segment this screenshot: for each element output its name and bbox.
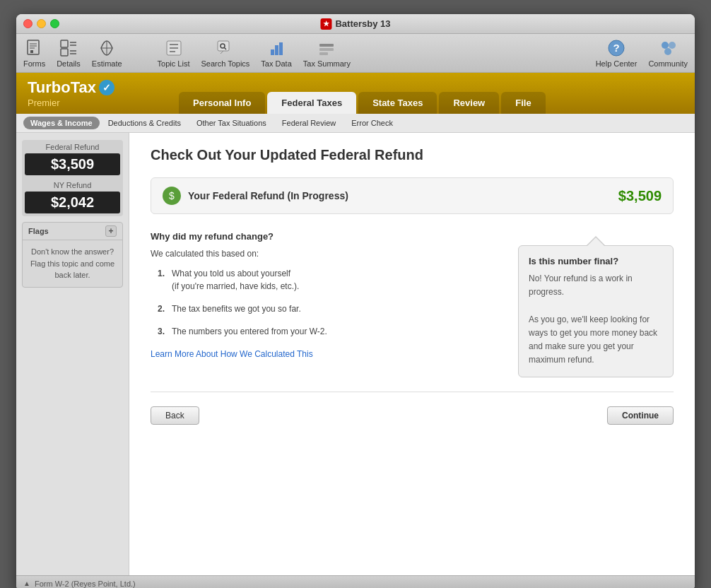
tab-personal-info[interactable]: Personal Info (179, 92, 265, 114)
topic-list-label: Topic List (158, 59, 190, 68)
body-right: Is this number final? No! Your refund is… (518, 231, 674, 377)
callout-box: Is this number final? No! Your refund is… (518, 245, 674, 377)
sidebar: Federal Refund $3,509 NY Refund $2,042 F… (16, 133, 129, 575)
list-item-3: The numbers you entered from your W-2. (158, 325, 504, 338)
tab-state-taxes[interactable]: State Taxes (358, 92, 437, 114)
app-icon: ★ (320, 18, 331, 30)
svg-point-31 (664, 48, 671, 55)
list-item-2: The tax benefits we got you so far. (158, 302, 504, 315)
turbotax-logo: TurboTax ✓ (28, 78, 160, 97)
svg-rect-5 (61, 40, 68, 47)
dollar-icon: $ (163, 187, 181, 205)
callout-title: Is this number final? (529, 256, 663, 266)
titlebar: ★ Battersby 13 (16, 14, 695, 34)
main-content: Check Out Your Updated Federal Refund $ … (129, 133, 695, 575)
subnav-error-check[interactable]: Error Check (344, 117, 400, 129)
community-icon (658, 38, 678, 58)
list-item-3-primary: The numbers you entered from your W-2. (172, 327, 327, 336)
tt-product-name: Premier (28, 98, 160, 108)
callout-arrow-inner (587, 237, 605, 247)
subnav-wages-income[interactable]: Wages & Income (23, 117, 100, 129)
forms-label: Forms (23, 59, 45, 68)
toolbar-left-group: Forms Details (23, 38, 122, 68)
estimate-icon (97, 38, 117, 58)
svg-rect-21 (271, 49, 274, 55)
svg-rect-17 (218, 41, 229, 51)
svg-text:?: ? (613, 42, 619, 54)
content-divider (151, 392, 674, 392)
svg-rect-25 (319, 48, 334, 51)
search-topics-icon (216, 38, 235, 58)
maximize-button[interactable] (50, 19, 59, 28)
tax-summary-icon (317, 38, 336, 58)
svg-point-29 (662, 42, 669, 49)
details-label: Details (57, 59, 81, 68)
callout-paragraph1: No! Your refund is a work in progress. A… (529, 272, 663, 367)
topic-list-icon (164, 38, 184, 58)
learn-more-link[interactable]: Learn More About How We Calculated This (151, 349, 313, 359)
svg-rect-23 (279, 42, 283, 55)
tt-checkmark-icon: ✓ (99, 80, 114, 95)
statusbar-text: Form W-2 (Reyes Point, Ltd.) (35, 580, 136, 588)
svg-line-20 (221, 51, 223, 54)
search-topics-label: Search Topics (201, 59, 249, 68)
toolbar-right-group: ? Help Center Community (596, 38, 688, 68)
back-button[interactable]: Back (151, 406, 199, 425)
toolbar-details[interactable]: Details (57, 38, 81, 68)
toolbar-estimate[interactable]: Estimate (92, 38, 122, 68)
tab-federal-taxes[interactable]: Federal Taxes (267, 92, 356, 114)
intro-text: We calculated this based on: (151, 249, 504, 259)
content-area: Federal Refund $3,509 NY Refund $2,042 F… (16, 133, 695, 575)
federal-refund-box: Federal Refund $3,509 NY Refund $2,042 (22, 140, 123, 216)
main-window: ★ Battersby 13 Forms (16, 14, 695, 588)
federal-refund-amount: $3,509 (25, 153, 120, 175)
toolbar-mid-group: Topic List Search Topics (158, 38, 351, 68)
body-left: Why did my refund change? We calculated … (151, 231, 504, 377)
bottom-buttons: Back Continue (151, 406, 674, 425)
toolbar-search-topics[interactable]: Search Topics (201, 38, 249, 68)
flags-add-button[interactable]: + (105, 225, 117, 237)
why-change-title: Why did my refund change? (151, 231, 504, 242)
svg-point-30 (669, 42, 676, 49)
tt-header: TurboTax ✓ Premier Personal Info Federal… (16, 73, 695, 114)
subnav-deductions-credits[interactable]: Deductions & Credits (101, 117, 188, 129)
list-item-1-secondary: (if you're married, have kids, etc.). (172, 281, 299, 291)
toolbar-forms[interactable]: Forms (23, 38, 45, 68)
subnav-federal-review[interactable]: Federal Review (275, 117, 343, 129)
subnav-other-tax-situations[interactable]: Other Tax Situations (189, 117, 274, 129)
svg-rect-22 (275, 45, 278, 55)
svg-rect-24 (319, 44, 334, 47)
toolbar-tax-summary[interactable]: Tax Summary (303, 38, 351, 68)
svg-rect-26 (319, 52, 328, 55)
ny-refund-label: NY Refund (25, 181, 120, 189)
tax-data-label: Tax Data (261, 59, 291, 68)
statusbar-arrow-icon: ▲ (23, 580, 30, 587)
continue-button[interactable]: Continue (607, 406, 674, 425)
toolbar-help-center[interactable]: ? Help Center (596, 38, 637, 68)
flags-label: Flags (28, 227, 49, 235)
page-title: Check Out Your Updated Federal Refund (151, 147, 674, 163)
help-center-icon: ? (606, 38, 626, 58)
list-item-1: What you told us about yourself (if you'… (158, 267, 504, 293)
toolbar-tax-data[interactable]: Tax Data (261, 38, 291, 68)
list-item-2-primary: The tax benefits we got you so far. (172, 304, 301, 314)
list-item-1-primary: What you told us about yourself (172, 269, 290, 278)
window-title: ★ Battersby 13 (320, 18, 390, 30)
body-columns: Why did my refund change? We calculated … (151, 231, 674, 377)
minimize-button[interactable] (37, 19, 46, 28)
refund-card-label: Your Federal Refund (In Progress) (188, 190, 618, 201)
community-label: Community (648, 59, 688, 68)
refund-status-card: $ Your Federal Refund (In Progress) $3,5… (151, 177, 674, 214)
federal-refund-label: Federal Refund (25, 143, 120, 151)
tab-file[interactable]: File (501, 92, 545, 114)
sub-nav: Wages & Income Deductions & Credits Othe… (16, 114, 695, 133)
close-button[interactable] (23, 19, 33, 28)
toolbar-community[interactable]: Community (648, 38, 688, 68)
ny-refund-amount: $2,042 (25, 192, 120, 213)
tab-review[interactable]: Review (439, 92, 499, 114)
toolbar: Forms Details (16, 34, 695, 73)
tax-summary-label: Tax Summary (303, 59, 351, 68)
estimate-label: Estimate (92, 59, 122, 68)
toolbar-topic-list[interactable]: Topic List (158, 38, 190, 68)
statusbar: ▲ Form W-2 (Reyes Point, Ltd.) (16, 575, 695, 588)
